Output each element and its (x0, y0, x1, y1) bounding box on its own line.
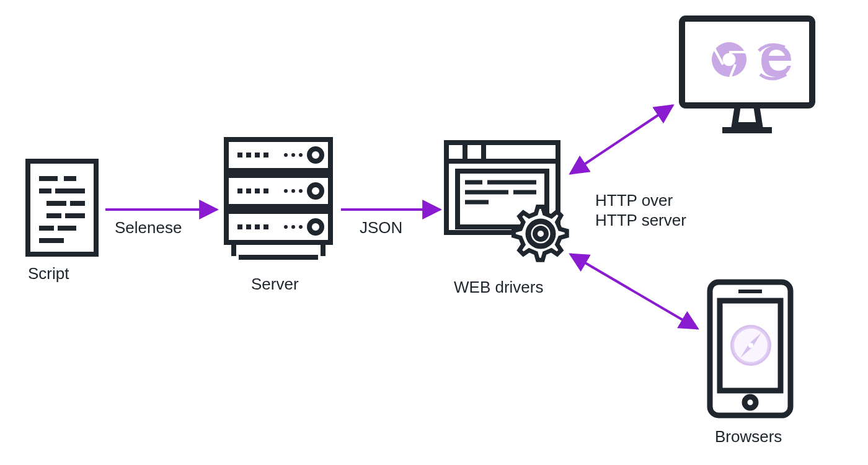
svg-point-33 (309, 185, 322, 197)
svg-point-22 (284, 153, 288, 157)
document-icon (28, 161, 96, 254)
edge-label-selenese: Selenese (115, 218, 182, 237)
svg-point-25 (309, 149, 322, 161)
architecture-diagram: Script (0, 0, 868, 465)
edge-label-http: HTTP over HTTP server (595, 191, 686, 229)
svg-rect-54 (682, 19, 812, 105)
svg-point-24 (299, 153, 303, 157)
svg-point-30 (284, 189, 288, 193)
monitor-icon (682, 19, 812, 130)
arrow-script-server: Selenese (105, 210, 217, 237)
gear-icon (513, 206, 567, 260)
svg-point-32 (299, 189, 303, 193)
mobile-browser-node: Browsers (710, 282, 790, 446)
webdrivers-label: WEB drivers (454, 278, 543, 296)
svg-line-68 (570, 105, 673, 174)
svg-point-23 (291, 153, 295, 157)
svg-point-38 (284, 225, 288, 229)
svg-point-41 (309, 221, 322, 233)
svg-point-62 (745, 397, 756, 408)
svg-point-65 (748, 343, 753, 348)
arrow-drivers-desktop (570, 105, 673, 174)
safari-icon (732, 327, 769, 364)
edge-label-http-line2: HTTP server (595, 211, 686, 229)
script-label: Script (28, 264, 69, 283)
arrow-drivers-mobile (570, 254, 698, 329)
chrome-icon (712, 42, 746, 77)
svg-point-52 (528, 221, 553, 246)
edge-label-http-line1: HTTP over (595, 191, 673, 210)
edge-label-json: JSON (360, 218, 402, 237)
svg-point-39 (291, 225, 295, 229)
script-node: Script (28, 161, 96, 283)
webdrivers-node: WEB drivers (446, 143, 567, 296)
ie-icon (759, 45, 791, 79)
desktop-browser-node (682, 19, 812, 130)
server-rack-icon (226, 140, 330, 257)
arrow-server-drivers: JSON (341, 210, 440, 237)
svg-point-31 (291, 189, 295, 193)
server-label: Server (251, 275, 299, 293)
svg-point-40 (299, 225, 303, 229)
svg-line-69 (570, 254, 698, 329)
server-node: Server (226, 140, 330, 293)
browsers-label: Browsers (715, 427, 782, 446)
